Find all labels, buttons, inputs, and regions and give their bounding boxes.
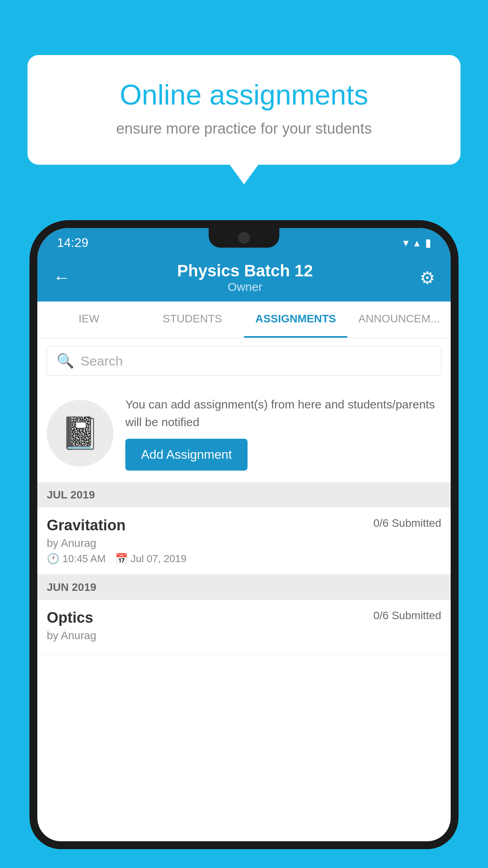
header-subtitle: Owner (177, 280, 313, 294)
phone-notch (209, 228, 279, 248)
tab-students[interactable]: STUDENTS (141, 302, 244, 338)
phone-camera (238, 232, 250, 244)
bubble-subtitle: ensure more practice for your students (55, 120, 433, 137)
speech-bubble: Online assignments ensure more practice … (28, 55, 460, 165)
assignment-time-gravitation: 10:45 AM (62, 553, 106, 565)
add-assignment-button[interactable]: Add Assignment (125, 439, 248, 471)
promo-text: You can add assignment(s) from here and … (125, 395, 441, 431)
add-promo-section: 📓 You can add assignment(s) from here an… (37, 384, 451, 482)
settings-icon[interactable]: ⚙ (420, 268, 435, 288)
tab-announcements[interactable]: ANNOUNCEM... (347, 302, 451, 338)
section-header-jul: JUL 2019 (37, 482, 451, 508)
assignment-top-optics: Optics 0/6 Submitted (47, 609, 441, 626)
assignment-by-optics: by Anurag (47, 629, 441, 642)
tabs: IEW STUDENTS ASSIGNMENTS ANNOUNCEM... (37, 302, 451, 338)
search-input-container[interactable]: 🔍 Search (47, 346, 441, 376)
search-bar: 🔍 Search (37, 338, 451, 384)
assignment-item-optics[interactable]: Optics 0/6 Submitted by Anurag (37, 600, 451, 655)
search-placeholder: Search (81, 353, 123, 369)
status-icons: ▾ ▴ ▮ (403, 236, 431, 249)
meta-time-gravitation: 🕐 10:45 AM (47, 553, 106, 565)
phone-screen: 14:29 ▾ ▴ ▮ ← Physics Batch 12 Owner ⚙ I… (37, 228, 451, 841)
signal-icon: ▴ (414, 236, 420, 249)
section-header-jun: JUN 2019 (37, 575, 451, 600)
assignment-meta-gravitation: 🕐 10:45 AM 📅 Jul 07, 2019 (47, 553, 441, 565)
calendar-icon: 📅 (115, 553, 128, 565)
tab-iew[interactable]: IEW (37, 302, 141, 338)
header-title: Physics Batch 12 (177, 261, 313, 280)
assignment-name-gravitation: Gravitation (47, 517, 126, 534)
assignment-submitted-gravitation: 0/6 Submitted (373, 517, 441, 530)
phone-wrapper: 14:29 ▾ ▴ ▮ ← Physics Batch 12 Owner ⚙ I… (29, 220, 459, 868)
wifi-icon: ▾ (403, 236, 409, 249)
meta-date-gravitation: 📅 Jul 07, 2019 (115, 553, 187, 565)
assignment-top: Gravitation 0/6 Submitted (47, 517, 441, 534)
back-button[interactable]: ← (53, 268, 70, 287)
tab-assignments[interactable]: ASSIGNMENTS (244, 302, 347, 338)
phone-outer: 14:29 ▾ ▴ ▮ ← Physics Batch 12 Owner ⚙ I… (29, 220, 459, 849)
promo-content: You can add assignment(s) from here and … (125, 395, 441, 471)
search-icon: 🔍 (57, 353, 74, 369)
bubble-title: Online assignments (55, 79, 433, 111)
header-center: Physics Batch 12 Owner (177, 261, 313, 294)
speech-bubble-container: Online assignments ensure more practice … (28, 55, 460, 165)
assignment-date-gravitation: Jul 07, 2019 (131, 553, 187, 565)
status-time: 14:29 (57, 235, 88, 250)
battery-icon: ▮ (425, 236, 431, 249)
assignment-name-optics: Optics (47, 609, 93, 626)
promo-icon-circle: 📓 (47, 400, 114, 467)
clock-icon: 🕐 (47, 553, 59, 565)
assignment-item-gravitation[interactable]: Gravitation 0/6 Submitted by Anurag 🕐 10… (37, 508, 451, 575)
app-header: ← Physics Batch 12 Owner ⚙ (37, 254, 451, 302)
assignment-submitted-optics: 0/6 Submitted (373, 609, 441, 622)
notebook-icon: 📓 (61, 415, 100, 452)
assignment-by-gravitation: by Anurag (47, 537, 441, 550)
